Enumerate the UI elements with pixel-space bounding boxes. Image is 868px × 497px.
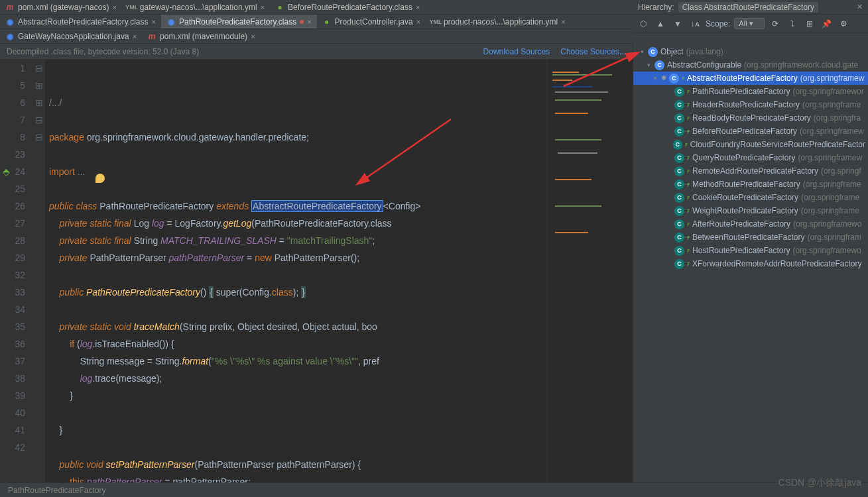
- expand-all-icon[interactable]: ⊞: [803, 17, 816, 30]
- tree-item-ReadBodyRoutePredicateFactory[interactable]: CꜰReadBodyRoutePredicateFactory (org.spr…: [633, 111, 868, 125]
- class-icon: C: [674, 259, 684, 269]
- tree-item-AfterRoutePredicateFactory[interactable]: CꜰAfterRoutePredicateFactory (org.spring…: [633, 217, 868, 231]
- tree-item-QueryRoutePredicateFactory[interactable]: CꜰQueryRoutePredicateFactory (org.spring…: [633, 151, 868, 164]
- tab-product-nacos-application-yml[interactable]: YMLproduct-nacos\...\application.yml×: [426, 15, 571, 28]
- close-icon[interactable]: ×: [152, 18, 156, 26]
- class-icon: C: [674, 246, 684, 256]
- tree-item-WeightRoutePredicateFactory[interactable]: CꜰWeightRoutePredicateFactory (org.sprin…: [633, 204, 868, 217]
- fold-column[interactable]: ⊟⊞⊞⊟⊟: [33, 60, 45, 482]
- close-icon[interactable]: ✕: [857, 3, 863, 11]
- override-icon[interactable]: ⬘: [1, 163, 11, 180]
- close-icon[interactable]: ×: [416, 3, 420, 11]
- tree-item-Object[interactable]: ▾CObject (java.lang): [633, 45, 868, 58]
- scope-dropdown[interactable]: All ▾: [734, 18, 764, 29]
- final-icon: ꜰ: [687, 111, 690, 125]
- hierarchy-tree[interactable]: ▾CObject (java.lang)▾CAbstractConfigurab…: [633, 44, 868, 482]
- tab-gateway-nacos-application-yml[interactable]: YMLgateway-nacos\...\application.yml×: [122, 0, 270, 14]
- close-icon[interactable]: ×: [251, 32, 255, 40]
- pin-icon[interactable]: 📌: [820, 17, 834, 30]
- class-icon: C: [674, 153, 684, 163]
- highlighted-superclass: AbstractRoutePredicateFactory: [251, 200, 383, 212]
- tree-item-PathRoutePredicateFactory[interactable]: CꜰPathRoutePredicateFactory (org.springf…: [633, 85, 868, 98]
- class-icon: C: [674, 233, 684, 243]
- decompile-text: Decompiled .class file, bytecode version…: [7, 47, 199, 56]
- close-icon[interactable]: ×: [561, 18, 565, 26]
- class-icon: C: [674, 100, 684, 110]
- tree-item-HeaderRoutePredicateFactory[interactable]: CꜰHeaderRoutePredicateFactory (org.sprin…: [633, 98, 868, 111]
- tree-item-AbstractConfigurable[interactable]: ▾CAbstractConfigurable (org.springframew…: [633, 58, 868, 72]
- hierarchy-title: Hierarchy:: [638, 3, 674, 12]
- close-icon[interactable]: ×: [307, 18, 311, 26]
- watermark: CSDN @小徐敲java: [778, 477, 861, 489]
- class-icon: C: [669, 74, 679, 83]
- hierarchy-toolbar: ⬡ ▲ ▼ ↓ᴀ Scope: All ▾ ⟳ ⤵ ⊞ 📌 ⚙: [633, 15, 868, 33]
- scope-label: Scope:: [706, 19, 730, 28]
- close-icon[interactable]: ×: [112, 3, 116, 11]
- breadcrumb[interactable]: PathRoutePredicateFactory: [0, 482, 868, 497]
- tree-item-CloudFoundryRouteServiceRoutePredicateFactor[interactable]: CꜰCloudFoundryRouteServiceRoutePredicate…: [633, 138, 868, 151]
- final-icon: ꜰ: [687, 191, 690, 204]
- class-icon: C: [654, 60, 664, 70]
- decompile-info-bar: Decompiled .class file, bytecode version…: [0, 44, 633, 60]
- class-icon: C: [674, 193, 684, 203]
- tree-item-BeforeRoutePredicateFactory[interactable]: CꜰBeforeRoutePredicateFactory (org.sprin…: [633, 125, 868, 138]
- close-icon[interactable]: ×: [261, 3, 265, 11]
- tree-item-CookieRoutePredicateFactory[interactable]: CꜰCookieRoutePredicateFactory (org.sprin…: [633, 191, 868, 204]
- final-icon: ꜰ: [687, 257, 690, 270]
- final-icon: ꜰ: [687, 151, 690, 164]
- tab-gatewaynacosapplication-java[interactable]: ◉GateWayNacosApplication.java×: [0, 29, 142, 43]
- tree-item-RemoteAddrRoutePredicateFactory[interactable]: CꜰRemoteAddrRoutePredicateFactory (org.s…: [633, 164, 868, 178]
- final-icon: ꜰ: [687, 164, 690, 178]
- tree-item-BetweenRoutePredicateFactory[interactable]: CꜰBetweenRoutePredicateFactory (org.spri…: [633, 231, 868, 244]
- download-sources-link[interactable]: Download Sources: [483, 47, 550, 56]
- class-icon: C: [674, 206, 684, 216]
- class-icon: C: [674, 127, 684, 137]
- tab-beforeroutepredicatefactory-class[interactable]: ●BeforeRoutePredicateFactory.class×: [270, 0, 425, 14]
- class-icon: C: [674, 113, 684, 123]
- final-icon: ꜰ: [685, 138, 688, 151]
- final-icon: ꜰ: [687, 178, 690, 191]
- minimap[interactable]: [546, 60, 633, 482]
- class-icon: C: [674, 166, 684, 176]
- autoscroll-icon[interactable]: ⤵: [786, 17, 799, 30]
- final-icon: ꜰ: [687, 217, 690, 231]
- final-icon: ꜰ: [687, 204, 690, 217]
- final-icon: ꜰ: [687, 98, 690, 111]
- close-icon[interactable]: ×: [416, 18, 420, 26]
- hierarchy-class-label: Class AbstractRoutePredicateFactory: [678, 2, 818, 13]
- settings-icon[interactable]: ⚙: [837, 17, 851, 30]
- class-icon: C: [648, 47, 658, 57]
- code-content[interactable]: /.../ package org.springframework.cloud.…: [45, 60, 546, 482]
- class-icon: C: [674, 87, 684, 97]
- tree-item-HostRoutePredicateFactory[interactable]: CꜰHostRoutePredicateFactory (org.springf…: [633, 244, 868, 257]
- subtypes-icon[interactable]: ▼: [671, 17, 684, 30]
- close-icon[interactable]: ×: [133, 32, 137, 40]
- line-gutter: 1567823⬘24252627282932333435363738394041…: [0, 60, 33, 482]
- class-icon: C: [674, 180, 684, 190]
- tab-abstractroutepredicatefactory-class[interactable]: ◉AbstractRoutePredicateFactory.class×: [0, 15, 161, 28]
- refresh-icon[interactable]: ⟳: [769, 17, 782, 30]
- class-hierarchy-icon[interactable]: ⬡: [637, 17, 650, 30]
- tab-productcontroller-java[interactable]: ●ProductController.java×: [317, 15, 426, 28]
- final-icon: ꜰ: [687, 125, 690, 138]
- hierarchy-panel: ▾CObject (java.lang)▾CAbstractConfigurab…: [633, 44, 868, 482]
- pin-icon: [300, 20, 304, 24]
- sort-icon[interactable]: ↓ᴀ: [688, 17, 702, 30]
- final-icon: ꜰ: [687, 244, 690, 257]
- tree-item-MethodRoutePredicateFactory[interactable]: CꜰMethodRoutePredicateFactory (org.sprin…: [633, 178, 868, 191]
- final-icon: ꜰ: [682, 72, 684, 85]
- tab-pathroutepredicatefactory-class[interactable]: ◉PathRoutePredicateFactory.class×: [161, 15, 317, 28]
- supertypes-icon[interactable]: ▲: [654, 17, 667, 30]
- hierarchy-header: Hierarchy: Class AbstractRoutePredicateF…: [633, 0, 868, 15]
- class-icon: C: [673, 140, 682, 150]
- tab-pom-xml-gateway-nacos-[interactable]: mpom.xml (gateway-nacos)×: [0, 0, 122, 14]
- intention-bulb-icon[interactable]: [95, 174, 105, 183]
- tree-item-AbstractRoutePredicateFactory[interactable]: ▾✱CꜰAbstractRoutePredicateFactory (org.s…: [633, 72, 868, 85]
- tree-item-XForwardedRemoteAddrRoutePredicateFactory[interactable]: CꜰXForwardedRemoteAddrRoutePredicateFact…: [633, 257, 868, 270]
- final-icon: ꜰ: [687, 231, 690, 244]
- editor: Decompiled .class file, bytecode version…: [0, 44, 633, 482]
- final-icon: ꜰ: [687, 85, 690, 98]
- tab-pom-xml-mavenmodule-[interactable]: mpom.xml (mavenmodule)×: [142, 29, 260, 43]
- class-icon: C: [674, 219, 684, 229]
- choose-sources-link[interactable]: Choose Sources...: [560, 47, 626, 56]
